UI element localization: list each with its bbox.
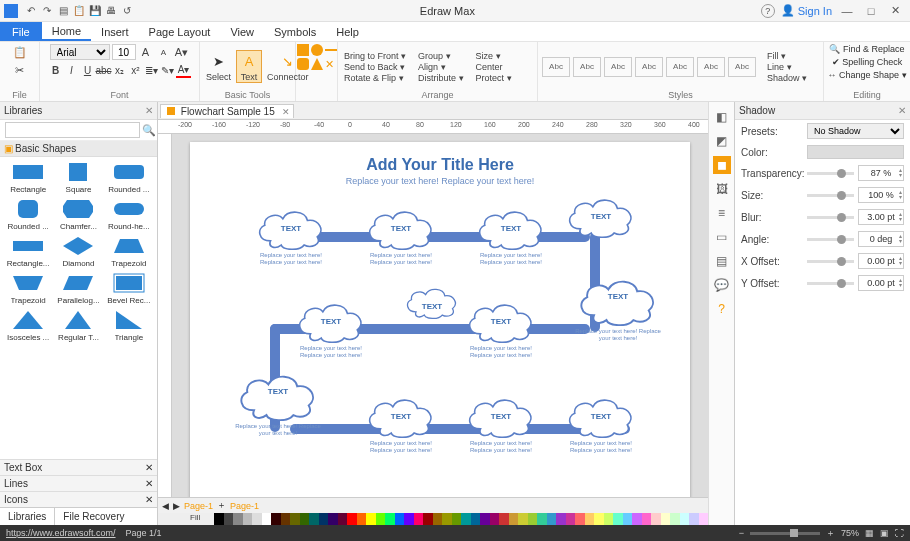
maximize-button[interactable]: □: [860, 5, 882, 17]
category-basic-shapes[interactable]: Basic Shapes: [0, 141, 157, 157]
protect-button[interactable]: Protect ▾: [474, 73, 514, 83]
color-swatch[interactable]: [319, 513, 329, 525]
decrease-font-icon[interactable]: A: [156, 44, 172, 60]
color-swatch[interactable]: [613, 513, 623, 525]
size-slider[interactable]: [807, 194, 854, 197]
color-swatch[interactable]: [338, 513, 348, 525]
save-icon[interactable]: 💾: [88, 4, 102, 18]
style-6[interactable]: Abc: [697, 57, 725, 77]
shape-bev[interactable]: Bevel Rec...: [105, 272, 153, 305]
change-shape-button[interactable]: ↔ Change Shape ▾: [827, 70, 906, 80]
cloud-shape[interactable]: TEXT: [400, 282, 464, 320]
cloud-shape[interactable]: TEXT: [290, 297, 372, 343]
color-swatch[interactable]: [699, 513, 709, 525]
cloud-subtitle[interactable]: Replace your text here! Replace your tex…: [470, 252, 552, 266]
color-swatch[interactable]: [423, 513, 433, 525]
center-button[interactable]: Center: [474, 62, 514, 72]
diagram-subtitle[interactable]: Replace your text here! Replace your tex…: [190, 176, 690, 186]
cloud-subtitle[interactable]: Replace your text here! Replace your tex…: [360, 252, 442, 266]
text-tool[interactable]: A Text: [236, 50, 262, 83]
color-swatch[interactable]: [680, 513, 690, 525]
line-button[interactable]: Line ▾: [765, 62, 809, 72]
cloud-shape[interactable]: TEXT: [360, 392, 442, 438]
cloud-subtitle[interactable]: Replace your text here! Replace your tex…: [460, 345, 542, 359]
strike-button[interactable]: abc: [96, 63, 111, 78]
color-swatch[interactable]: [328, 513, 338, 525]
color-swatch[interactable]: [452, 513, 462, 525]
zoom-out-icon[interactable]: −: [739, 528, 744, 538]
library-search-input[interactable]: [5, 122, 140, 138]
close-button[interactable]: ✕: [884, 4, 906, 17]
spell-check-button[interactable]: ✔ Spelling Check: [832, 57, 903, 67]
cloud-shape[interactable]: TEXT: [560, 192, 642, 238]
fullscreen-icon[interactable]: ⛶: [895, 528, 904, 538]
cloud-shape[interactable]: TEXT: [460, 392, 542, 438]
undo-icon[interactable]: ↶: [24, 4, 38, 18]
highlight-icon[interactable]: ✎▾: [160, 63, 175, 78]
size-button[interactable]: Size ▾: [474, 51, 514, 61]
increase-font-icon[interactable]: A: [138, 44, 154, 60]
section-text-box[interactable]: Text Box✕: [0, 459, 157, 475]
shadow-panel-icon[interactable]: ◼: [713, 156, 731, 174]
sign-in-link[interactable]: Sign In: [798, 5, 832, 17]
cloud-subtitle[interactable]: Replace your text here! Replace your tex…: [560, 440, 642, 454]
shape-pill[interactable]: Round-he...: [105, 198, 153, 231]
search-icon[interactable]: 🔍: [142, 124, 156, 137]
cloud-subtitle[interactable]: Replace your text here! Replace your tex…: [570, 328, 666, 342]
drawing-sheet[interactable]: Add Your Title Here Replace your text he…: [190, 142, 690, 497]
file-menu[interactable]: File: [0, 22, 42, 41]
color-swatch[interactable]: [433, 513, 443, 525]
shape-tri-icon[interactable]: [311, 58, 323, 70]
color-swatch[interactable]: [376, 513, 386, 525]
color-swatch[interactable]: [528, 513, 538, 525]
shape-rrect-icon[interactable]: [297, 58, 309, 70]
color-swatch[interactable]: [442, 513, 452, 525]
section-lines[interactable]: Lines✕: [0, 475, 157, 491]
color-swatch[interactable]: [651, 513, 661, 525]
xoff-value[interactable]: 0.00 pt: [858, 253, 904, 269]
cloud-subtitle[interactable]: Replace your text here! Replace your tex…: [360, 440, 442, 454]
color-swatch[interactable]: [414, 513, 424, 525]
color-swatch[interactable]: [271, 513, 281, 525]
help-panel-icon[interactable]: ?: [713, 300, 731, 318]
rotate-flip-button[interactable]: Rotate & Flip ▾: [342, 73, 408, 83]
shape-para[interactable]: Parallelog...: [54, 272, 102, 305]
style-1[interactable]: Abc: [542, 57, 570, 77]
color-swatch[interactable]: [556, 513, 566, 525]
tab-insert[interactable]: Insert: [91, 22, 139, 41]
color-swatch[interactable]: [252, 513, 262, 525]
style-3[interactable]: Abc: [604, 57, 632, 77]
tab-home[interactable]: Home: [42, 22, 91, 41]
shape-line-icon[interactable]: [325, 49, 337, 51]
angle-slider[interactable]: [807, 238, 854, 241]
cloud-subtitle[interactable]: Replace your text here! Replace your tex…: [230, 423, 326, 437]
transp-value[interactable]: 87 %: [858, 165, 904, 181]
bullets-icon[interactable]: ≣▾: [144, 63, 159, 78]
redo-icon[interactable]: ↷: [40, 4, 54, 18]
color-swatch[interactable]: [347, 513, 357, 525]
superscript-button[interactable]: x²: [128, 63, 143, 78]
footer-tab-libraries[interactable]: Libraries: [0, 508, 55, 525]
cloud-shape[interactable]: TEXT: [560, 392, 642, 438]
style-gallery[interactable]: Abc Abc Abc Abc Abc Abc Abc: [542, 57, 756, 77]
shadow-color-swatch[interactable]: [807, 145, 904, 159]
color-swatch[interactable]: [262, 513, 272, 525]
text-fill-icon[interactable]: A▾: [176, 63, 191, 78]
font-color-icon[interactable]: A▾: [174, 44, 190, 60]
color-swatch[interactable]: [632, 513, 642, 525]
cloud-shape[interactable]: TEXT: [460, 297, 542, 343]
send-back-button[interactable]: Send to Back ▾: [342, 62, 408, 72]
cloud-shape[interactable]: TEXT: [230, 367, 326, 421]
zoom-slider[interactable]: [750, 532, 820, 535]
color-swatch[interactable]: [585, 513, 595, 525]
fill-button[interactable]: Fill ▾: [765, 51, 809, 61]
yoff-value[interactable]: 0.00 pt: [858, 275, 904, 291]
select-tool[interactable]: ➤ Select: [204, 51, 233, 82]
color-swatch[interactable]: [509, 513, 519, 525]
help-icon[interactable]: ?: [761, 4, 775, 18]
view-mode-1-icon[interactable]: ▦: [865, 528, 874, 538]
color-swatch[interactable]: [604, 513, 614, 525]
layers-panel-icon[interactable]: ▤: [713, 252, 731, 270]
tab-help[interactable]: Help: [326, 22, 369, 41]
color-swatch[interactable]: [689, 513, 699, 525]
